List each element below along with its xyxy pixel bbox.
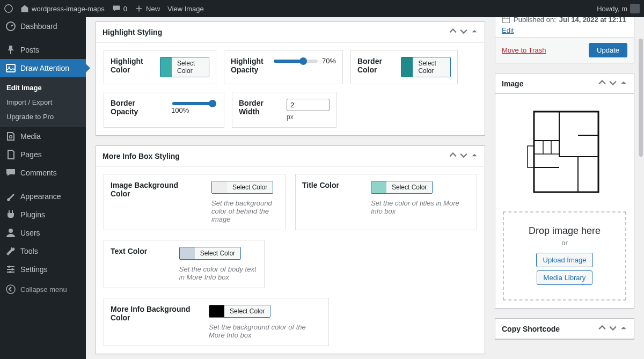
howdy-label: Howdy, m: [597, 5, 627, 13]
text-color-desc: Set the color of body text in More Info …: [179, 265, 258, 281]
submenu-upgrade[interactable]: Upgrade to Pro: [0, 109, 86, 124]
svg-point-0: [5, 5, 12, 12]
new-link[interactable]: New: [135, 4, 160, 13]
panel-up-icon[interactable]: [598, 79, 606, 88]
menu-comments[interactable]: Comments: [0, 164, 86, 182]
border-color-card: Border Color Select Color: [350, 50, 458, 84]
panel-down-icon[interactable]: [460, 151, 467, 160]
swatch-more-bg: [209, 305, 224, 317]
howdy-link[interactable]: Howdy, m: [597, 4, 640, 13]
swatch-highlight: [160, 57, 172, 77]
user-icon: [5, 228, 16, 238]
panel-up-icon[interactable]: [449, 27, 457, 36]
wp-logo[interactable]: [4, 4, 13, 13]
more-info-bg-desc: Set the background color of the More Inf…: [209, 323, 322, 339]
comments-link[interactable]: 0: [112, 4, 127, 13]
border-color-label: Border Color: [357, 57, 394, 74]
border-width-suffix: px: [287, 113, 330, 121]
text-color-picker[interactable]: Select Color: [179, 247, 241, 260]
scrollbar[interactable]: [639, 39, 643, 157]
panel-up-icon[interactable]: [449, 151, 457, 160]
pushpin-icon: [5, 45, 16, 55]
site-name-link[interactable]: wordpress-image-maps: [20, 4, 105, 13]
menu-tools[interactable]: Tools: [0, 242, 86, 260]
media-icon: [5, 131, 16, 142]
calendar-icon: [502, 17, 510, 24]
plug-icon: [5, 209, 16, 220]
menu-plugins[interactable]: Plugins: [0, 206, 86, 224]
menu-draw-attention[interactable]: Draw Attention: [0, 59, 86, 77]
svg-point-4: [10, 136, 12, 138]
highlight-opacity-slider[interactable]: [274, 60, 318, 63]
menu-draw-attention-label: Draw Attention: [20, 64, 69, 72]
panel-toggle-icon[interactable]: [471, 27, 478, 36]
panel-title: Image: [502, 79, 523, 88]
menu-appearance[interactable]: Appearance: [0, 187, 86, 206]
content-wrap: Highlight Styling Highlight Color Select…: [86, 17, 644, 359]
publish-edit-link[interactable]: Edit: [502, 26, 514, 34]
published-date: Jul 14, 2022 at 12:11: [559, 17, 626, 24]
menu-dashboard[interactable]: Dashboard: [0, 17, 86, 35]
border-opacity-slider[interactable]: [172, 102, 216, 105]
menu-users-label: Users: [20, 229, 40, 237]
panel-toggle-icon[interactable]: [620, 79, 627, 88]
more-info-bg-picker[interactable]: Select Color: [209, 305, 270, 318]
collapse-menu[interactable]: Collapse menu: [0, 279, 86, 300]
highlight-opacity-label: Highlight Opacity: [231, 57, 266, 74]
panel-toggle-icon[interactable]: [471, 151, 478, 160]
title-color-picker[interactable]: Select Color: [371, 181, 433, 194]
menu-appearance-label: Appearance: [20, 192, 61, 201]
highlight-color-label: Highlight Color: [111, 57, 153, 74]
panel-up-icon[interactable]: [598, 324, 606, 333]
menu-dashboard-label: Dashboard: [20, 22, 57, 31]
image-bg-color-card: Image Background Color Select Color Set …: [104, 174, 286, 230]
highlight-color-picker[interactable]: Select Color: [160, 57, 209, 77]
media-library-button[interactable]: Media Library: [537, 270, 593, 285]
image-bg-color-picker[interactable]: Select Color: [211, 181, 273, 194]
svg-point-7: [11, 268, 13, 270]
submenu-draw-attention: Edit Image Import / Export Upgrade to Pr…: [0, 77, 86, 127]
panel-title: Copy Shortcode: [502, 325, 560, 333]
submenu-import-export[interactable]: Import / Export: [0, 95, 86, 109]
panel-title: Highlight Styling: [103, 28, 162, 36]
image-dropzone[interactable]: Drop image here or Upload Image Media Li…: [503, 211, 626, 301]
panel-down-icon[interactable]: [609, 79, 617, 88]
pages-icon: [5, 149, 16, 160]
menu-pages[interactable]: Pages: [0, 145, 86, 164]
admin-menu: Dashboard Posts Draw Attention Edit Imag…: [0, 17, 86, 359]
border-color-picker[interactable]: Select Color: [401, 57, 451, 77]
menu-settings[interactable]: Settings: [0, 260, 86, 279]
panel-down-icon[interactable]: [460, 27, 467, 36]
border-opacity-card: Border Opacity 100%: [104, 92, 224, 128]
copy-shortcode-panel: Copy Shortcode: [495, 318, 634, 340]
menu-users[interactable]: Users: [0, 224, 86, 242]
svg-rect-11: [534, 112, 598, 192]
select-color-btn-label: Select Color: [386, 181, 432, 193]
image-preview[interactable]: [503, 101, 626, 206]
panel-down-icon[interactable]: [609, 324, 617, 333]
more-info-bg-card: More Info Background Color Select Color …: [104, 298, 329, 346]
collapse-label: Collapse menu: [20, 285, 67, 294]
panel-toggle-icon[interactable]: [620, 324, 627, 333]
dropzone-title: Drop image here: [508, 225, 621, 237]
view-image-link[interactable]: View Image: [167, 5, 204, 13]
update-button[interactable]: Update: [589, 43, 627, 57]
svg-rect-2: [6, 64, 15, 72]
comments-count: 0: [123, 5, 127, 13]
border-width-input[interactable]: [287, 99, 330, 111]
select-color-btn-label: Select Color: [224, 305, 270, 317]
comment-icon: [5, 167, 16, 178]
svg-point-3: [9, 67, 10, 68]
title-color-label: Title Color: [302, 181, 356, 189]
border-width-card: Border Width px: [232, 92, 336, 128]
move-to-trash-link[interactable]: Move to Trash: [502, 46, 546, 54]
menu-media[interactable]: Media: [0, 127, 86, 145]
view-image-label: View Image: [167, 5, 204, 13]
menu-posts[interactable]: Posts: [0, 41, 86, 59]
menu-tools-label: Tools: [20, 247, 38, 255]
menu-pages-label: Pages: [20, 150, 42, 159]
submenu-edit-image[interactable]: Edit Image: [0, 80, 86, 95]
dashboard-icon: [5, 21, 16, 32]
upload-image-button[interactable]: Upload Image: [536, 253, 594, 267]
collapse-icon: [5, 284, 16, 295]
